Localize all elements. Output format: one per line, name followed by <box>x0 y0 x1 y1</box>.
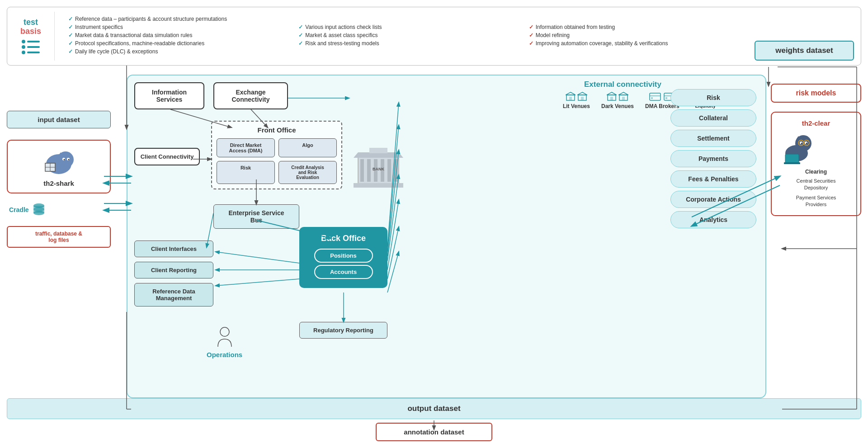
far-right-side: risk models th2-clear Cl <box>771 75 861 398</box>
back-office-box: Back Office Positions Accounts <box>299 227 387 288</box>
check-icon-10: ✓ <box>529 32 533 38</box>
front-office-grid: Direct MarketAccess (DMA) Algo Risk Cred… <box>217 138 337 184</box>
svg-point-7 <box>68 159 70 160</box>
positions-btn[interactable]: Positions <box>314 249 373 263</box>
dark-venues-icons <box>607 91 628 101</box>
col1-item-5: ✓Daily life cycle (DLC) & exceptions <box>68 48 280 55</box>
svg-rect-78 <box>784 162 800 164</box>
operations-label: Operations <box>207 351 242 358</box>
risk-box: Risk <box>670 89 756 106</box>
collateral-box: Collateral <box>670 109 756 127</box>
traffic-label: traffic, database &log files <box>35 231 82 243</box>
cradle-label: Cradle <box>9 206 29 213</box>
svg-rect-26 <box>622 97 625 100</box>
svg-rect-23 <box>610 97 613 100</box>
client-conn-label: Client Connectivity <box>141 153 194 160</box>
risk-models-box: risk models <box>771 84 861 103</box>
dma-label: Direct MarketAccess (DMA) <box>229 142 263 153</box>
dma-icon-1 <box>649 91 661 101</box>
logo-dot <box>22 40 25 43</box>
check-icon-4: ✓ <box>68 40 73 47</box>
check-icon-3: ✓ <box>68 32 73 38</box>
lit-venues: Lit Venues <box>563 91 590 109</box>
esb-box: Enterprise ServiceBus <box>213 204 299 229</box>
top-col-1: ✓Reference data – participants & account… <box>64 12 285 61</box>
svg-rect-27 <box>650 93 660 100</box>
care-label: Credit Analysisand RiskEvaluation <box>291 165 324 180</box>
check-icon-6: ✓ <box>298 24 303 30</box>
bank-building: BANK <box>349 134 408 190</box>
building-icon-3 <box>607 91 617 101</box>
building-icon-4 <box>618 91 628 101</box>
payments-box: Payments <box>670 150 756 167</box>
svg-rect-44 <box>369 148 387 153</box>
algo-cell: Algo <box>278 138 337 157</box>
fees-box: Fees & Penalties <box>670 170 756 188</box>
left-side-panel: input dataset th2-shark <box>7 75 111 398</box>
col3-item-2: ✓Model refining <box>529 32 741 38</box>
exchange-conn-label: ExchangeConnectivity <box>231 89 269 103</box>
ref-data-label: Reference DataManagement <box>152 288 195 302</box>
big-diagram: External connectivity Lit Venues Dark Ve… <box>127 75 766 398</box>
csd-label: Central SecuritiesDepository <box>778 178 854 192</box>
col1-item-3: ✓Market data & transactional data simula… <box>68 32 280 38</box>
external-conn-label: External connectivity <box>584 80 661 89</box>
logo-bar <box>27 46 40 48</box>
svg-marker-19 <box>577 92 587 95</box>
svg-rect-37 <box>360 159 364 182</box>
risk-panel-right: Risk Collateral Settlement Payments Fees… <box>670 89 756 228</box>
svg-marker-16 <box>566 92 576 95</box>
svg-rect-38 <box>367 159 371 182</box>
check-icon-9: ✓ <box>529 24 533 30</box>
front-office-area: Front Office Direct MarketAccess (DMA) A… <box>211 121 342 189</box>
svg-line-60 <box>387 227 399 279</box>
top-right-col: weights dataset <box>755 12 854 61</box>
front-office-label: Front Office <box>217 126 337 134</box>
reg-reporting-box: Regulatory Reporting <box>299 322 387 339</box>
col1-item-1: ✓Reference data – participants & account… <box>68 16 280 22</box>
check-icon-5: ✓ <box>68 48 73 55</box>
col2-item-1: ✓Various input actions check lists <box>298 24 510 30</box>
input-dataset-box: input dataset <box>7 111 111 128</box>
th2-shark-label: th2-shark <box>13 179 104 187</box>
risk-fo-cell: Risk <box>217 161 275 184</box>
bottom-bars: output dataset annotation dataset <box>7 398 861 441</box>
th2-shark-box: th2-shark <box>7 140 111 193</box>
col2-item-3: ✓Risk and stress-testing models <box>298 40 510 47</box>
bank-icon: BANK <box>351 134 406 189</box>
dark-venues: Dark Venues <box>601 91 634 109</box>
database-icon <box>33 203 45 217</box>
corp-actions-box: Corporate Actions <box>670 191 756 208</box>
svg-rect-77 <box>785 154 799 163</box>
back-office-label: Back Office <box>306 234 381 243</box>
top-col-2: ✓Various input actions check lists ✓Mark… <box>294 12 515 61</box>
th2-clear-label: th2-clear <box>778 119 854 127</box>
clearing-label: Clearing <box>778 169 854 175</box>
logo-bar <box>27 52 40 53</box>
col1-item-4: ✓Protocol specifications, machine-readab… <box>68 40 280 47</box>
client-interfaces-box: Client Interfaces <box>134 241 213 257</box>
lit-venues-icons <box>566 91 587 101</box>
check-icon-2: ✓ <box>68 24 73 30</box>
psp-label: Payment ServicesProviders <box>778 194 854 208</box>
check-icon-8: ✓ <box>298 40 303 47</box>
svg-text:BANK: BANK <box>373 167 384 171</box>
cradle-section: Cradle <box>7 200 111 219</box>
svg-rect-42 <box>394 159 398 182</box>
annotation-dataset-bar: annotation dataset <box>376 423 492 441</box>
svg-line-59 <box>387 200 399 270</box>
info-services-box: InformationServices <box>134 82 204 109</box>
col3-item-3: ✓Improving automation coverage, stabilit… <box>529 40 741 47</box>
inner-diagram: External connectivity Lit Venues Dark Ve… <box>127 75 765 397</box>
svg-rect-17 <box>569 97 572 100</box>
care-cell: Credit Analysisand RiskEvaluation <box>278 161 337 184</box>
client-conn-box: Client Connectivity <box>134 148 200 165</box>
settlement-box: Settlement <box>670 130 756 147</box>
check-icon-7: ✓ <box>298 32 303 38</box>
accounts-btn[interactable]: Accounts <box>314 265 373 279</box>
building-icon-2 <box>577 91 587 101</box>
svg-rect-20 <box>581 97 584 100</box>
logo-bar <box>27 41 40 42</box>
svg-point-72 <box>801 143 802 144</box>
svg-point-6 <box>64 159 65 160</box>
